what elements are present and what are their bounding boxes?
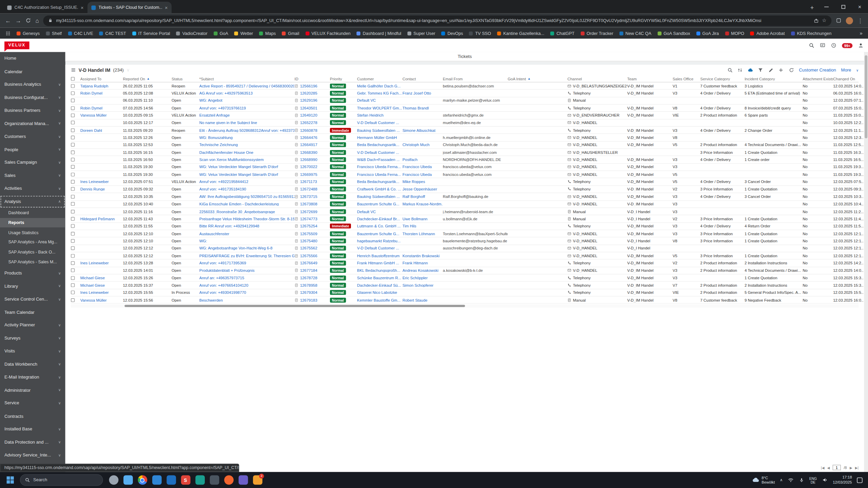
minimize-button[interactable] [818,0,835,13]
weather-widget[interactable]: 8°CBewölkt [752,475,775,484]
contact-link[interactable]: Tim Hils [402,224,416,228]
row-checkbox[interactable] [71,261,75,265]
ticket-id-link[interactable]: 12676649 [300,261,317,265]
sidebar-subitem-sap-analytics-sales-m[interactable]: SAP Analytics - Sales M... [0,257,65,267]
column-header-label[interactable]: Changed On [833,77,855,80]
bookmark-item[interactable]: IT Service Portal [132,31,170,36]
contact-link[interactable]: Ralf Borghoff [402,195,425,198]
row-checkbox[interactable] [71,298,75,302]
ticket-row[interactable]: Ines Leineweber12.03.2025 07:51VELUX Act… [71,178,859,186]
cloud-icon[interactable] [748,67,753,73]
browser-profile-avatar[interactable] [846,17,853,24]
subject-link[interactable]: WG: Velux Verdeckter Mangel Stierarth D'… [199,172,278,176]
subject-link[interactable]: WG: Angebot [199,99,222,102]
row-checkbox[interactable] [71,114,75,117]
ticket-row[interactable]: 11.03.2025 16:50OpenScan von Xerox Multi… [71,156,859,164]
bookmark-item[interactable]: TV SSO [469,31,491,36]
row-checkbox[interactable] [71,195,75,198]
bookmark-item[interactable]: GoA Sandbox [657,31,690,36]
contact-link[interactable]: Frank Hitmann [402,261,428,265]
ticket-row[interactable]: 12.03.2025 14:01OpenProduktdatenblatt + … [71,267,859,274]
ticket-id-link[interactable]: 12652278 [300,121,317,125]
sidebar-subitem-sap-analytics-area-mg[interactable]: SAP Analytics - Area Mg... [0,238,65,247]
customer-link[interactable]: hagebaumarkt Ratzebu... [357,239,400,243]
ticket-row[interactable]: 11.03.2025 12:53OpenTechnische Zeichnung… [71,142,859,149]
column-header-label[interactable]: Contact [402,77,416,80]
row-checkbox[interactable] [71,172,75,176]
sidebar-item-people[interactable]: People∨ [0,143,65,156]
ticket-id-link[interactable]: 12679183 [300,298,317,302]
column-header-label[interactable]: Assigned To [80,77,101,80]
row-checkbox[interactable] [71,106,75,110]
row-checkbox[interactable] [71,150,75,154]
subject-link[interactable]: WG: Bonuszahlung [199,136,233,139]
assigned-to-link[interactable]: Michael Giese [80,276,105,280]
taskbar-app-icon[interactable]: 2 [250,473,264,487]
customer-link[interactable]: W&B Dach+Fassaden ... [357,158,399,161]
bookmark-item[interactable]: VELUX Fachkunden [305,31,351,36]
filter-icon[interactable] [758,67,763,73]
contact-link[interactable]: Markus Krause-Nordm... [402,202,443,206]
column-header-label[interactable]: Status [172,77,182,80]
contact-link[interactable]: Eric Schöppler [402,276,428,280]
contact-link[interactable]: Konstantin Brakowski [402,254,439,258]
ticket-row[interactable]: Robin Dymel07.03.2025 14:56OpenAnruf von… [71,105,859,112]
ticket-row[interactable]: 11.03.2025 19:30OpenWG: Velux Verdeckter… [71,171,859,179]
row-checkbox[interactable] [71,254,75,258]
sidebar-item-advisory-service-inte[interactable]: Advisory Service_Inte...∨ [0,449,65,462]
ticket-row[interactable]: Tatjana Rudolph26.02.2025 11:05ReopenAct… [71,82,859,90]
network-icon[interactable] [788,477,794,483]
row-checkbox[interactable] [71,202,75,206]
ticket-id-link[interactable]: 12674773 [300,217,317,221]
bookmark-item[interactable]: New C4C QA [619,31,651,36]
customer-link[interactable]: Bauking Südwestfalen ... [357,128,400,132]
subject-link[interactable]: PREISANFRAGE zu BVH: Erweiterung St. The… [199,254,295,258]
ticket-row[interactable]: Ines Leineweber12.03.2025 15:55In Proces… [71,289,859,297]
bookmark-item[interactable]: VadioCreator [176,31,208,36]
bookmark-item[interactable]: GoA [214,31,228,36]
first-page-button[interactable]: |◀ [821,466,824,469]
row-checkbox[interactable] [71,165,75,169]
row-checkbox[interactable] [71,84,75,88]
ticket-row[interactable]: Michael Giese12.03.2025 15:37OpenAnruf v… [71,282,859,289]
page-number-input[interactable] [833,465,841,470]
row-checkbox[interactable] [71,158,75,161]
column-header-label[interactable]: Service Category [700,77,730,80]
subject-link[interactable]: AG Anruf von: +492975963513 [199,91,253,95]
ticket-row[interactable]: Vanessa Müller12.03.2025 15:56OpenBeschw… [71,297,859,304]
contact-link[interactable]: Thomas Brandl [402,106,429,110]
ticket-row[interactable]: Robin Dymel05.03.2025 12:08VELUX ActionA… [71,90,859,97]
prev-page-button[interactable]: ◀ [827,466,830,469]
subject-link[interactable]: Anruf von: +4922195844412 [199,180,249,184]
column-header-label[interactable]: Team [627,77,637,80]
customer-link[interactable]: Francisco Ubeda Ferna... [357,165,401,169]
assigned-to-link[interactable]: Robin Dymel [80,91,102,95]
worklist-title[interactable]: V-D Handel IM [79,67,111,73]
contact-link[interactable]: Mike Roppes [402,180,425,184]
ticket-id-link[interactable]: 12671173 [300,180,317,184]
horizontal-scrollbar[interactable] [71,304,859,308]
bookmark-item[interactable]: Dashboard | Mindful [357,31,401,36]
customer-link[interactable]: Melle Gallhöfer Dach G... [357,84,400,88]
bookmark-item[interactable]: GoA Jira [696,31,719,36]
sidebar-item-e-mail-integration[interactable]: E-Mail Integration∨ [0,371,65,384]
assigned-to-link[interactable]: Ines Leineweber [80,291,109,294]
customer-link[interactable]: Francisco Ubeda Ferna... [357,172,401,176]
ticket-id-link[interactable]: 12566196 [300,84,317,88]
sidebar-item-visits[interactable]: Visits∨ [0,345,65,358]
subject-link[interactable]: KiGa Emsschule Emden - Dachdeckerleistun… [199,202,279,206]
ticket-id-link[interactable]: 12664917 [300,143,317,147]
customer-link[interactable]: Frank Hitmann GmbH ... [357,261,399,265]
ticket-id-link[interactable]: 12675509 [300,231,317,235]
bookmark-star-icon[interactable]: ☆ [822,18,826,23]
ticket-id-link[interactable]: 12672699 [300,209,317,213]
contact-link[interactable]: Andreas Kosakowski [402,268,438,272]
sort-icon[interactable] [737,67,743,73]
bookmark-item[interactable]: Super User [407,31,435,36]
ticket-id-link[interactable]: 12668390 [300,150,317,154]
bookmark-item[interactable]: Order Tracker [580,31,613,36]
row-checkbox[interactable] [71,231,75,235]
worklist-menu-icon[interactable] [71,67,76,73]
new-tab-button[interactable]: + [806,2,818,13]
ticket-row[interactable]: Dennis Runge12.03.2025 09:32OpenAnruf vo… [71,186,859,193]
